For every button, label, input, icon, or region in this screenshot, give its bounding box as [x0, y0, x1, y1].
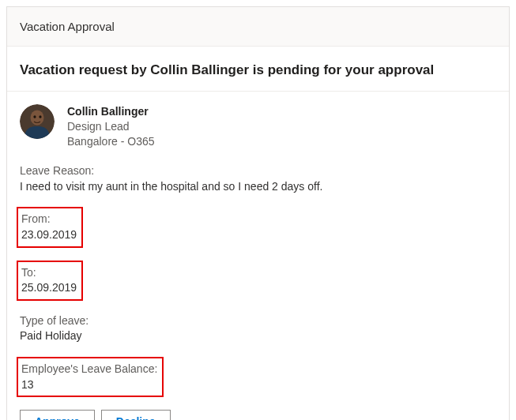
- balance-field: Employee's Leave Balance: 13: [20, 357, 496, 397]
- to-field: To: 25.09.2019: [20, 261, 496, 301]
- balance-highlight: Employee's Leave Balance: 13: [17, 357, 164, 397]
- to-highlight: To: 25.09.2019: [17, 261, 83, 301]
- to-value: 25.09.2019: [21, 280, 77, 296]
- from-highlight: From: 23.09.2019: [17, 207, 83, 247]
- card-header: Vacation Approval: [7, 7, 509, 47]
- requester-role: Design Lead: [67, 119, 155, 134]
- requester-info: Collin Ballinger Design Lead Bangalore -…: [67, 104, 155, 149]
- requester-block: Collin Ballinger Design Lead Bangalore -…: [20, 104, 496, 149]
- balance-value: 13: [21, 377, 157, 393]
- leave-reason-value: I need to visit my aunt in the hospital …: [20, 179, 496, 195]
- svg-point-4: [39, 115, 41, 118]
- requester-location: Bangalore - O365: [67, 134, 155, 149]
- card-header-title: Vacation Approval: [20, 20, 115, 33]
- vacation-approval-card: Vacation Approval Vacation request by Co…: [6, 6, 510, 420]
- leave-type-value: Paid Holiday: [20, 328, 496, 344]
- card-body: Vacation request by Collin Ballinger is …: [7, 47, 509, 420]
- from-label: From:: [21, 212, 77, 227]
- to-label: To:: [21, 265, 77, 281]
- from-field: From: 23.09.2019: [20, 207, 496, 247]
- leave-reason-field: Leave Reason: I need to visit my aunt in…: [20, 163, 496, 194]
- requester-name: Collin Ballinger: [67, 104, 155, 120]
- decline-button[interactable]: Decline: [101, 410, 171, 420]
- avatar: [20, 104, 55, 139]
- body-title: Vacation request by Collin Ballinger is …: [20, 61, 496, 80]
- leave-reason-label: Leave Reason:: [20, 163, 496, 179]
- from-value: 23.09.2019: [21, 227, 77, 243]
- leave-type-field: Type of leave: Paid Holiday: [20, 313, 496, 344]
- divider: [7, 91, 509, 92]
- balance-label: Employee's Leave Balance:: [21, 362, 157, 377]
- action-row: Approve Decline: [20, 410, 496, 420]
- leave-type-label: Type of leave:: [20, 313, 496, 329]
- approve-button[interactable]: Approve: [20, 410, 95, 420]
- svg-point-3: [33, 115, 36, 118]
